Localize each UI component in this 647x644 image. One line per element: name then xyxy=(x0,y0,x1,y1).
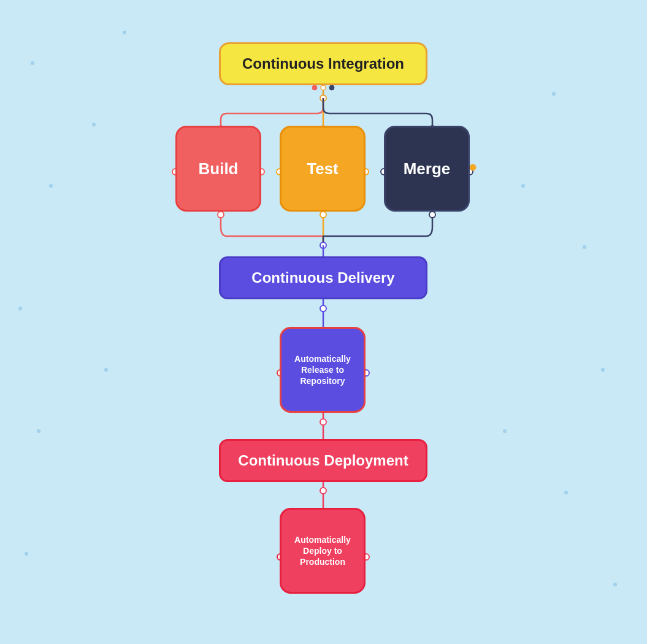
svg-point-6 xyxy=(218,212,224,218)
test-label: Test xyxy=(307,159,339,178)
continuous-delivery-box: Continuous Delivery xyxy=(219,256,427,299)
svg-point-33 xyxy=(321,85,326,90)
svg-point-18 xyxy=(320,419,326,425)
build-box: Build xyxy=(175,126,261,212)
cd-label: Continuous Delivery xyxy=(251,269,394,286)
merge-label: Merge xyxy=(404,159,451,178)
auto-release-box: Automatically Release to Repository xyxy=(280,327,366,413)
build-label: Build xyxy=(199,159,239,178)
continuous-deployment-label: Continuous Deployment xyxy=(238,452,408,469)
svg-point-32 xyxy=(312,85,317,90)
auto-release-label: Automatically Release to Repository xyxy=(281,353,364,387)
svg-point-21 xyxy=(320,488,326,494)
svg-point-9 xyxy=(429,212,435,218)
test-box: Test xyxy=(280,126,366,212)
diagram: Continuous Integration Build Test Merge … xyxy=(0,0,647,644)
merge-box: Merge xyxy=(384,126,470,212)
svg-point-31 xyxy=(470,164,476,171)
svg-point-34 xyxy=(329,85,334,90)
svg-point-13 xyxy=(320,305,326,312)
svg-point-8 xyxy=(320,212,326,218)
continuous-deployment-box: Continuous Deployment xyxy=(219,439,427,482)
auto-deploy-box: Automatically Deploy to Production xyxy=(280,508,366,594)
ci-label: Continuous Integration xyxy=(242,55,404,72)
auto-deploy-label: Automatically Deploy to Production xyxy=(281,534,364,568)
continuous-integration-box: Continuous Integration xyxy=(219,42,427,85)
svg-point-1 xyxy=(320,95,326,101)
svg-point-10 xyxy=(320,242,326,248)
